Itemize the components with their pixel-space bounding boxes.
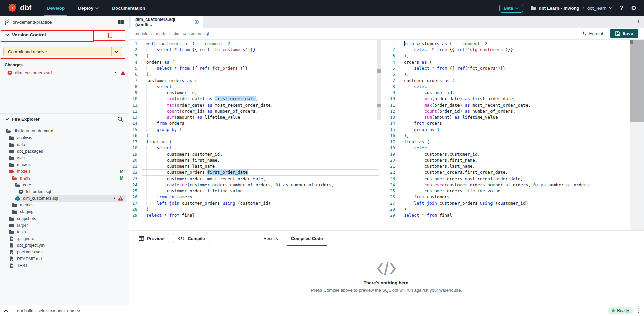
beta-button[interactable]: Beta [499, 4, 523, 13]
editor-scrollbar[interactable] [377, 40, 381, 120]
code-line-16[interactable]: ), [142, 133, 379, 139]
tree-item-data[interactable]: data [9, 141, 126, 148]
code-line-14[interactable]: from orders [142, 120, 379, 126]
code-line-6[interactable]: ), [142, 71, 379, 77]
code-line-27[interactable]: left join customer_orders using (custome… [142, 200, 379, 206]
changed-file-dim_customers.sql[interactable]: dim_customers.sql• [0, 69, 129, 76]
code-line-22[interactable]: customer_orders.first_order_date, [400, 169, 629, 175]
code-line-13[interactable]: sum(amount) as lifetime_value [400, 114, 629, 120]
code-line-19[interactable]: customers.customer_id, [400, 151, 629, 157]
code-line-13[interactable]: sum(amount) as lifetime_value [142, 114, 379, 120]
code-line-22[interactable]: customer_orders.first_order_date, [142, 169, 379, 175]
tree-item-models[interactable]: modelsM [9, 168, 126, 175]
code-line-20[interactable]: customers.first_name, [142, 157, 379, 163]
editor-pane-left[interactable]: 1234567891011121314151617181920212223242… [129, 40, 385, 230]
code-line-7[interactable]: customer_orders as ( [400, 78, 629, 84]
code-line-4[interactable]: orders as ( [400, 59, 629, 65]
code-line-24[interactable]: coalesce(customer_orders.number_of_order… [142, 182, 379, 188]
code-line-19[interactable]: customers.customer_id, [142, 151, 379, 157]
tree-item-tests[interactable]: tests [9, 229, 126, 235]
tree-item-dbt_packages[interactable]: dbt_packages [9, 148, 126, 155]
code-line-1[interactable]: with customers as ( -- comment 2 [400, 41, 629, 47]
tree-item-.gitignore[interactable]: .gitignore [9, 235, 126, 242]
tree-item-fct_orders.sql[interactable]: fct_orders.sql [18, 188, 126, 195]
code-line-2[interactable]: select * from {{ ref('stg_customers')}} [142, 47, 379, 53]
code-line-18[interactable]: select [400, 145, 629, 151]
tree-item-macros[interactable]: macros [9, 161, 126, 168]
new-tab-button[interactable]: + [633, 16, 644, 28]
commit-options-chevron[interactable] [111, 47, 122, 56]
code-line-17[interactable]: final as ( [400, 139, 629, 145]
compile-button[interactable]: Compile [173, 234, 210, 243]
code-line-6[interactable]: ), [400, 71, 629, 77]
code-line-10[interactable]: min(order_date) as first_order_date, [142, 96, 379, 102]
code-line-25[interactable]: customer_orders.lifetime_value [400, 188, 629, 194]
code-line-12[interactable]: count(order_id) as number_of_orders, [142, 108, 379, 114]
code-line-8[interactable]: select [400, 84, 629, 90]
commit-and-resolve-button[interactable]: Commit and resolve [3, 47, 122, 56]
code-line-12[interactable]: count(order_id) as number_of_orders, [400, 108, 629, 114]
code-line-28[interactable]: ) [142, 206, 379, 212]
nav-item-documentation[interactable]: Documentation [105, 0, 152, 16]
code-line-8[interactable]: select [142, 84, 379, 90]
code-line-15[interactable]: group by 1 [400, 127, 629, 133]
code-line-26[interactable]: from customers [142, 194, 379, 200]
save-button[interactable]: Save [610, 29, 638, 38]
tree-item-snapshots[interactable]: snapshots [9, 215, 126, 222]
tree-item-README.md[interactable]: README.md [9, 255, 126, 262]
code-line-7[interactable]: customer_orders as ( [142, 78, 379, 84]
code-line-3[interactable]: ), [142, 53, 379, 59]
command-input[interactable]: dbt build --select <model_name> [12, 308, 608, 313]
code-line-15[interactable]: group by 1 [142, 127, 379, 133]
project-selector[interactable]: dbt Learn - mwong / dbt_learn [531, 6, 612, 11]
code-line-26[interactable]: from customers [400, 194, 629, 200]
tree-item-marts[interactable]: martsM [12, 175, 126, 182]
tab-results[interactable]: Results [259, 231, 282, 246]
code-line-14[interactable]: from orders [400, 120, 629, 126]
dbt-logo[interactable]: dbt [0, 3, 40, 13]
expand-command-bar-button[interactable] [0, 309, 12, 312]
code-line-23[interactable]: customer_orders.most_recent_order_date, [400, 176, 629, 182]
kebab-menu-icon[interactable] [638, 308, 639, 313]
code-line-23[interactable]: customer_orders.most_recent_order_date, [142, 176, 379, 182]
tree-item-dim_customers.sql[interactable]: dim_customers.sql• [15, 195, 126, 202]
code-line-21[interactable]: customers.last_name, [142, 163, 379, 169]
code-line-11[interactable]: max(order_date) as most_recent_order_dat… [400, 102, 629, 108]
code-line-9[interactable]: customer_id, [142, 90, 379, 96]
tab-dim-customers[interactable]: dim_customers.sql (confli... [131, 16, 203, 28]
help-icon[interactable]: ? [620, 5, 623, 12]
format-button[interactable]: Format [581, 31, 603, 36]
code-line-17[interactable]: final as ( [142, 139, 379, 145]
code-line-3[interactable]: ), [400, 53, 629, 59]
code-line-18[interactable]: select [142, 145, 379, 151]
code-line-20[interactable]: customers.first_name, [400, 157, 629, 163]
editor-scrollbar[interactable] [630, 40, 644, 230]
gear-icon[interactable]: ⚙ [631, 4, 637, 12]
code-line-16[interactable]: ), [400, 133, 629, 139]
code-line-10[interactable]: min(order_date) as first_order_date, [400, 96, 629, 102]
tree-item-target[interactable]: target [9, 222, 126, 229]
search-icon[interactable] [117, 116, 123, 122]
code-line-27[interactable]: left join customer_orders using (custome… [400, 200, 629, 206]
tree-item-TEST[interactable]: TEST [9, 262, 126, 269]
code-line-21[interactable]: customers.last_name, [400, 163, 629, 169]
code-line-9[interactable]: customer_id, [400, 90, 629, 96]
code-line-11[interactable]: max(order_date) as most_recent_order_dat… [142, 102, 379, 108]
docs-book-icon[interactable] [117, 19, 124, 25]
branch-selector[interactable]: on-demand-practice [0, 16, 129, 28]
tree-item-staging[interactable]: staging [12, 208, 126, 215]
editor-pane-right[interactable]: 1234567891011121314151617181920212223242… [386, 40, 644, 230]
code-line-5[interactable]: select * from {{ ref('fct_orders')}} [142, 65, 379, 71]
code-line-25[interactable]: customer_orders.lifetime_value [142, 188, 379, 194]
tab-compiled-code[interactable]: Compiled Code [287, 231, 327, 246]
code-line-28[interactable]: ) [400, 206, 629, 212]
breadcrumb-models[interactable]: models [135, 31, 148, 36]
file-explorer-header[interactable]: File Explorer [0, 113, 129, 125]
code-line-5[interactable]: select * from {{ ref('fct_orders')}} [400, 65, 629, 71]
tree-item-dbt-learn-on-demand[interactable]: dbt-learn-on-demand [6, 128, 126, 134]
tree-item-analysis[interactable]: analysis [9, 134, 126, 141]
breadcrumb-file[interactable]: dim_customers.sql [174, 31, 209, 36]
code-line-29[interactable]: select * from final [400, 212, 629, 219]
breadcrumb-marts[interactable]: marts [156, 31, 166, 36]
nav-item-develop[interactable]: Develop [40, 0, 72, 16]
